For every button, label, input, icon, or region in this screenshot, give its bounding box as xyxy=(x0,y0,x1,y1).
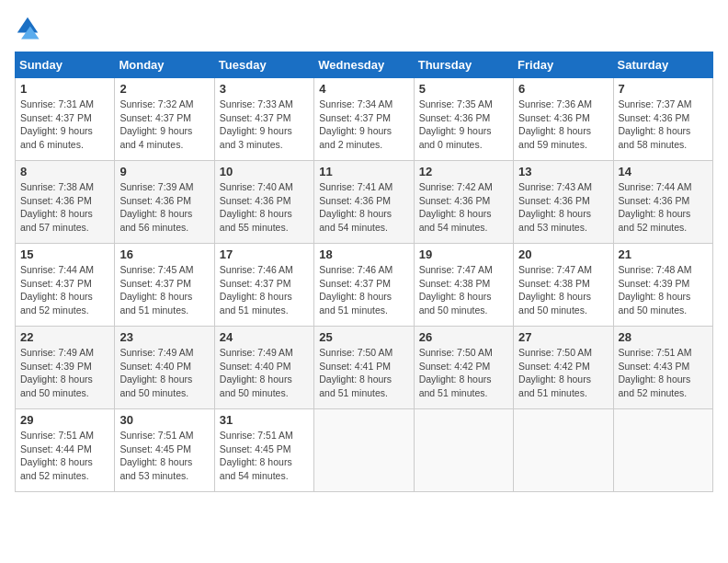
day-number: 3 xyxy=(220,82,309,96)
day-info: Sunrise: 7:51 AMSunset: 4:44 PMDaylight:… xyxy=(20,429,109,483)
day-number: 22 xyxy=(20,330,109,344)
calendar-cell xyxy=(613,409,712,492)
calendar-cell: 24Sunrise: 7:49 AMSunset: 4:40 PMDayligh… xyxy=(214,327,313,409)
day-number: 19 xyxy=(419,247,508,261)
calendar-cell: 14Sunrise: 7:44 AMSunset: 4:36 PMDayligh… xyxy=(613,161,712,244)
day-number: 9 xyxy=(119,165,209,178)
calendar-cell: 17Sunrise: 7:46 AMSunset: 4:37 PMDayligh… xyxy=(214,244,313,327)
weekday-header-thursday: Thursday xyxy=(414,52,513,78)
day-number: 6 xyxy=(518,82,608,96)
day-info: Sunrise: 7:41 AMSunset: 4:36 PMDaylight:… xyxy=(319,180,408,235)
calendar-cell: 9Sunrise: 7:39 AMSunset: 4:36 PMDaylight… xyxy=(115,161,214,244)
calendar-cell xyxy=(414,409,513,492)
calendar-cell: 29Sunrise: 7:51 AMSunset: 4:44 PMDayligh… xyxy=(16,409,115,492)
day-info: Sunrise: 7:31 AMSunset: 4:37 PMDaylight:… xyxy=(20,98,109,152)
weekday-header-friday: Friday xyxy=(514,52,613,78)
week-row-5: 29Sunrise: 7:51 AMSunset: 4:44 PMDayligh… xyxy=(16,409,713,492)
day-number: 20 xyxy=(518,247,608,261)
calendar-cell: 13Sunrise: 7:43 AMSunset: 4:36 PMDayligh… xyxy=(514,161,613,244)
calendar-cell: 21Sunrise: 7:48 AMSunset: 4:39 PMDayligh… xyxy=(613,244,712,327)
day-info: Sunrise: 7:50 AMSunset: 4:42 PMDaylight:… xyxy=(518,346,608,400)
calendar-cell: 6Sunrise: 7:36 AMSunset: 4:36 PMDaylight… xyxy=(514,78,613,161)
day-info: Sunrise: 7:47 AMSunset: 4:38 PMDaylight:… xyxy=(419,263,508,317)
day-info: Sunrise: 7:49 AMSunset: 4:40 PMDaylight:… xyxy=(119,346,209,400)
day-info: Sunrise: 7:46 AMSunset: 4:37 PMDaylight:… xyxy=(220,263,309,317)
day-number: 30 xyxy=(119,413,209,427)
week-row-1: 1Sunrise: 7:31 AMSunset: 4:37 PMDaylight… xyxy=(16,78,713,161)
day-info: Sunrise: 7:49 AMSunset: 4:39 PMDaylight:… xyxy=(20,346,109,400)
calendar-cell: 23Sunrise: 7:49 AMSunset: 4:40 PMDayligh… xyxy=(115,327,214,409)
day-number: 21 xyxy=(619,247,708,261)
calendar-cell: 18Sunrise: 7:46 AMSunset: 4:37 PMDayligh… xyxy=(314,244,414,327)
weekday-header-saturday: Saturday xyxy=(613,52,712,78)
day-number: 23 xyxy=(119,330,209,344)
day-number: 4 xyxy=(319,82,408,96)
day-number: 8 xyxy=(20,165,109,178)
day-info: Sunrise: 7:51 AMSunset: 4:45 PMDaylight:… xyxy=(119,429,209,483)
weekday-header-sunday: Sunday xyxy=(16,52,115,78)
day-info: Sunrise: 7:42 AMSunset: 4:36 PMDaylight:… xyxy=(419,180,508,235)
day-number: 2 xyxy=(119,82,209,96)
day-info: Sunrise: 7:43 AMSunset: 4:36 PMDaylight:… xyxy=(518,180,608,235)
logo xyxy=(15,15,44,40)
calendar-cell: 27Sunrise: 7:50 AMSunset: 4:42 PMDayligh… xyxy=(514,327,613,409)
day-info: Sunrise: 7:32 AMSunset: 4:37 PMDaylight:… xyxy=(119,98,209,152)
day-info: Sunrise: 7:45 AMSunset: 4:37 PMDaylight:… xyxy=(119,263,209,317)
week-row-4: 22Sunrise: 7:49 AMSunset: 4:39 PMDayligh… xyxy=(16,327,713,409)
calendar-cell: 28Sunrise: 7:51 AMSunset: 4:43 PMDayligh… xyxy=(613,327,712,409)
calendar-cell: 5Sunrise: 7:35 AMSunset: 4:36 PMDaylight… xyxy=(414,78,513,161)
day-info: Sunrise: 7:44 AMSunset: 4:37 PMDaylight:… xyxy=(20,263,109,317)
day-number: 16 xyxy=(119,247,209,261)
day-info: Sunrise: 7:33 AMSunset: 4:37 PMDaylight:… xyxy=(220,98,309,152)
calendar-cell: 25Sunrise: 7:50 AMSunset: 4:41 PMDayligh… xyxy=(314,327,414,409)
day-number: 29 xyxy=(20,413,109,427)
day-number: 5 xyxy=(419,82,508,96)
calendar-cell: 7Sunrise: 7:37 AMSunset: 4:36 PMDaylight… xyxy=(613,78,712,161)
week-row-2: 8Sunrise: 7:38 AMSunset: 4:36 PMDaylight… xyxy=(16,161,713,244)
day-number: 15 xyxy=(20,247,109,261)
calendar-cell: 20Sunrise: 7:47 AMSunset: 4:38 PMDayligh… xyxy=(514,244,613,327)
calendar-cell: 12Sunrise: 7:42 AMSunset: 4:36 PMDayligh… xyxy=(414,161,513,244)
weekday-header-tuesday: Tuesday xyxy=(214,52,313,78)
day-info: Sunrise: 7:51 AMSunset: 4:45 PMDaylight:… xyxy=(220,429,309,483)
calendar-cell: 31Sunrise: 7:51 AMSunset: 4:45 PMDayligh… xyxy=(214,409,313,492)
day-number: 24 xyxy=(220,330,309,344)
day-info: Sunrise: 7:50 AMSunset: 4:42 PMDaylight:… xyxy=(419,346,508,400)
day-info: Sunrise: 7:37 AMSunset: 4:36 PMDaylight:… xyxy=(619,98,708,152)
calendar-cell: 19Sunrise: 7:47 AMSunset: 4:38 PMDayligh… xyxy=(414,244,513,327)
day-number: 1 xyxy=(20,82,109,96)
day-number: 31 xyxy=(220,413,309,427)
day-number: 26 xyxy=(419,330,508,344)
day-info: Sunrise: 7:36 AMSunset: 4:36 PMDaylight:… xyxy=(518,98,608,152)
calendar-cell: 15Sunrise: 7:44 AMSunset: 4:37 PMDayligh… xyxy=(16,244,115,327)
day-info: Sunrise: 7:47 AMSunset: 4:38 PMDaylight:… xyxy=(518,263,608,317)
day-number: 27 xyxy=(518,330,608,344)
day-info: Sunrise: 7:49 AMSunset: 4:40 PMDaylight:… xyxy=(220,346,309,400)
calendar-cell: 22Sunrise: 7:49 AMSunset: 4:39 PMDayligh… xyxy=(16,327,115,409)
day-number: 28 xyxy=(619,330,708,344)
calendar-cell: 30Sunrise: 7:51 AMSunset: 4:45 PMDayligh… xyxy=(115,409,214,492)
calendar-cell: 1Sunrise: 7:31 AMSunset: 4:37 PMDaylight… xyxy=(16,78,115,161)
day-number: 13 xyxy=(518,165,608,178)
day-number: 7 xyxy=(619,82,708,96)
weekday-header-monday: Monday xyxy=(115,52,214,78)
calendar-cell: 26Sunrise: 7:50 AMSunset: 4:42 PMDayligh… xyxy=(414,327,513,409)
day-info: Sunrise: 7:35 AMSunset: 4:36 PMDaylight:… xyxy=(419,98,508,152)
week-row-3: 15Sunrise: 7:44 AMSunset: 4:37 PMDayligh… xyxy=(16,244,713,327)
day-info: Sunrise: 7:51 AMSunset: 4:43 PMDaylight:… xyxy=(619,346,708,400)
page-header xyxy=(15,15,713,40)
day-number: 18 xyxy=(319,247,408,261)
calendar-cell: 10Sunrise: 7:40 AMSunset: 4:36 PMDayligh… xyxy=(214,161,313,244)
logo-icon xyxy=(15,15,40,40)
day-info: Sunrise: 7:46 AMSunset: 4:37 PMDaylight:… xyxy=(319,263,408,317)
calendar-cell: 3Sunrise: 7:33 AMSunset: 4:37 PMDaylight… xyxy=(214,78,313,161)
calendar-cell: 8Sunrise: 7:38 AMSunset: 4:36 PMDaylight… xyxy=(16,161,115,244)
day-info: Sunrise: 7:50 AMSunset: 4:41 PMDaylight:… xyxy=(319,346,408,400)
calendar-cell: 4Sunrise: 7:34 AMSunset: 4:37 PMDaylight… xyxy=(314,78,414,161)
day-number: 10 xyxy=(220,165,309,178)
day-number: 17 xyxy=(220,247,309,261)
calendar-cell xyxy=(314,409,414,492)
day-info: Sunrise: 7:44 AMSunset: 4:36 PMDaylight:… xyxy=(619,180,708,235)
day-number: 25 xyxy=(319,330,408,344)
day-info: Sunrise: 7:38 AMSunset: 4:36 PMDaylight:… xyxy=(20,180,109,235)
